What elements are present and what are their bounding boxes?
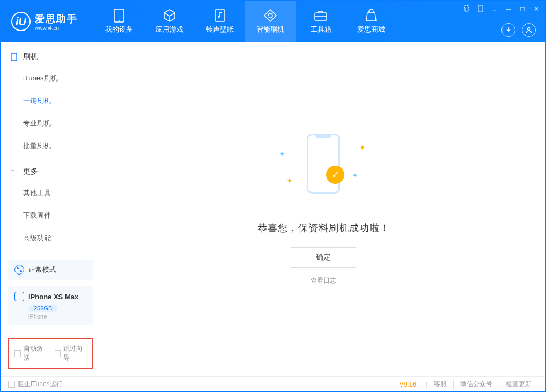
check-icon: ✓: [326, 166, 344, 184]
sparkle-icon: ✦: [279, 150, 285, 158]
list-icon: ≡: [10, 167, 19, 176]
sparkle-icon: ✦: [359, 143, 366, 152]
nav-label: 智能刷机: [256, 25, 284, 34]
menu-icon[interactable]: ≡: [490, 4, 499, 13]
toolbox-icon: [314, 9, 328, 23]
svg-rect-7: [11, 53, 17, 61]
minimize-button[interactable]: ─: [504, 4, 513, 13]
footer: 阻止iTunes运行 V8.16 | 客服 微信公众号 检查更新: [1, 376, 545, 391]
nav-tab-flash[interactable]: 智能刷机: [245, 1, 296, 42]
nav-tab-toolbox[interactable]: 工具箱: [296, 1, 346, 42]
shop-icon: [364, 9, 378, 23]
block-itunes-checkbox[interactable]: 阻止iTunes运行: [8, 380, 63, 389]
sidebar-item-pro-flash[interactable]: 专业刷机: [1, 112, 101, 135]
checkbox-label: 自动激活: [24, 344, 47, 363]
user-button[interactable]: [522, 23, 536, 37]
svg-point-1: [119, 20, 120, 21]
device-name: iPhone XS Max: [28, 293, 78, 301]
header-right: [501, 23, 536, 37]
checkbox-icon: [8, 381, 15, 388]
status-panel[interactable]: 正常模式: [8, 260, 93, 280]
sidebar-section-flash: 刷机: [1, 52, 101, 67]
sidebar-item-download-firmware[interactable]: 下载固件: [1, 204, 101, 227]
shirt-icon[interactable]: [462, 4, 471, 13]
device-icon: [14, 292, 24, 301]
svg-point-6: [528, 28, 530, 31]
success-illustration: ✓ ✦ ✦ ✦ ✦: [294, 134, 353, 209]
sidebar-item-other-tools[interactable]: 其他工具: [1, 182, 101, 204]
svg-rect-4: [315, 13, 327, 20]
footer-link-wechat[interactable]: 微信公众号: [453, 380, 499, 389]
highlighted-options: 自动激活 跳过向导: [8, 338, 93, 369]
status-icon: [14, 265, 24, 275]
footer-link-support[interactable]: 客服: [427, 380, 453, 389]
device-icon: [112, 9, 126, 23]
checkbox-icon: [14, 350, 21, 357]
sidebar-item-oneclick-flash[interactable]: 一键刷机: [1, 90, 101, 112]
section-title: 更多: [23, 167, 38, 176]
version-label: V8.16: [400, 381, 416, 388]
music-icon: [213, 9, 227, 23]
nav-tab-ringtones[interactable]: 铃声壁纸: [195, 1, 245, 42]
sidebar: 刷机 iTunes刷机 一键刷机 专业刷机 批量刷机 ≡ 更多 其他工具 下载固…: [1, 42, 101, 376]
svg-rect-5: [478, 5, 483, 12]
sidebar-item-advanced[interactable]: 高级功能: [1, 227, 101, 249]
footer-link-update[interactable]: 检查更新: [499, 380, 538, 389]
checkbox-label: 跳过向导: [63, 344, 87, 363]
app-url: www.i4.cn: [35, 25, 78, 31]
sidebar-item-itunes-flash[interactable]: iTunes刷机: [1, 67, 101, 90]
status-label: 正常模式: [28, 265, 56, 275]
checkbox-icon: [55, 350, 61, 357]
header: iU 爱思助手 www.i4.cn 我的设备 应用游戏 铃声壁纸 智能刷机 工具…: [1, 1, 545, 42]
logo[interactable]: iU 爱思助手 www.i4.cn: [1, 12, 88, 31]
sparkle-icon: ✦: [286, 176, 293, 185]
device-panel[interactable]: iPhone XS Max 256GB iPhone: [8, 286, 93, 325]
ok-button[interactable]: 确定: [291, 247, 356, 268]
sidebar-section-more: ≡ 更多: [1, 167, 101, 182]
svg-point-3: [218, 16, 220, 18]
view-log-link[interactable]: 查看日志: [311, 276, 336, 285]
cube-icon: [163, 9, 176, 23]
nav-tabs: 我的设备 应用游戏 铃声壁纸 智能刷机 工具箱 爱思商城: [94, 1, 396, 42]
main-content: ✓ ✦ ✦ ✦ ✦ 恭喜您，保资料刷机成功啦！ 确定 查看日志: [101, 42, 545, 376]
app-name: 爱思助手: [35, 12, 78, 25]
nav-label: 应用游戏: [156, 25, 183, 34]
phone-icon: [10, 53, 19, 61]
device-type: iPhone: [28, 313, 87, 320]
maximize-button[interactable]: □: [518, 4, 527, 13]
nav-tab-device[interactable]: 我的设备: [94, 1, 144, 42]
refresh-icon: [263, 9, 277, 23]
nav-tab-shop[interactable]: 爱思商城: [346, 1, 396, 42]
nav-label: 铃声壁纸: [206, 25, 234, 34]
device-storage: 256GB: [28, 305, 57, 312]
section-title: 刷机: [23, 52, 38, 62]
checkbox-label: 阻止iTunes运行: [18, 380, 63, 389]
sparkle-icon: ✦: [352, 171, 358, 180]
phone-icon[interactable]: [476, 4, 485, 13]
nav-label: 工具箱: [311, 25, 331, 34]
nav-label: 我的设备: [105, 25, 133, 34]
logo-icon: iU: [11, 12, 31, 31]
nav-tab-apps[interactable]: 应用游戏: [144, 1, 195, 42]
success-message: 恭喜您，保资料刷机成功啦！: [257, 221, 390, 234]
sidebar-item-batch-flash[interactable]: 批量刷机: [1, 135, 101, 157]
download-button[interactable]: [501, 23, 515, 37]
auto-activate-checkbox[interactable]: 自动激活: [14, 344, 47, 363]
nav-label: 爱思商城: [357, 25, 385, 34]
skip-guide-checkbox[interactable]: 跳过向导: [55, 344, 87, 363]
window-controls: ≡ ─ □ ✕: [462, 4, 541, 13]
close-button[interactable]: ✕: [532, 4, 541, 13]
